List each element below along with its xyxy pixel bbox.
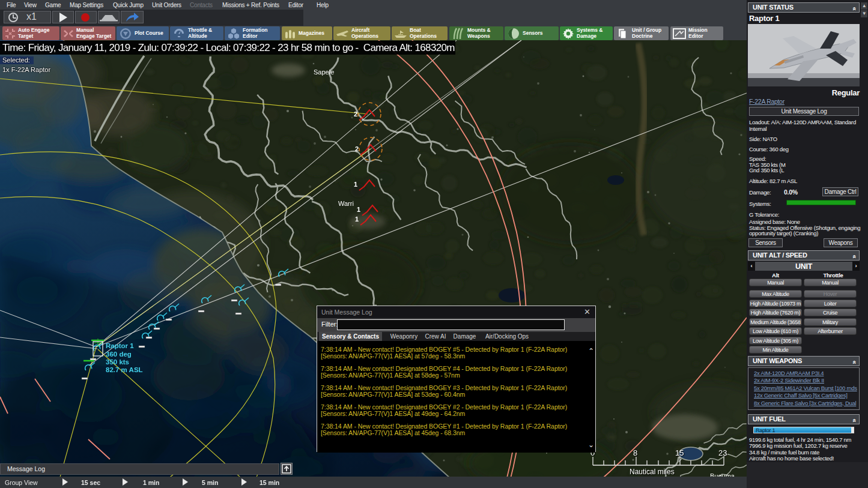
svg-text:15: 15	[675, 448, 684, 457]
svg-text:360 deg: 360 deg	[106, 351, 132, 358]
svg-text:1: 1	[357, 206, 360, 213]
svg-text:1: 1	[355, 215, 359, 223]
svg-text:Warri: Warri	[338, 200, 354, 207]
svg-text:350 kts: 350 kts	[106, 358, 129, 366]
svg-text:Raptor 1: Raptor 1	[106, 342, 134, 349]
svg-text:2: 2	[354, 110, 357, 118]
svg-text:82.7 m ASL: 82.7 m ASL	[106, 366, 143, 373]
svg-text:Sapele: Sapele	[314, 68, 334, 76]
svg-text:8: 8	[633, 448, 637, 457]
svg-text:2: 2	[355, 145, 359, 152]
svg-text:1: 1	[354, 181, 357, 188]
svg-text:Nautical miles: Nautical miles	[630, 468, 675, 476]
svg-text:23: 23	[718, 448, 727, 457]
